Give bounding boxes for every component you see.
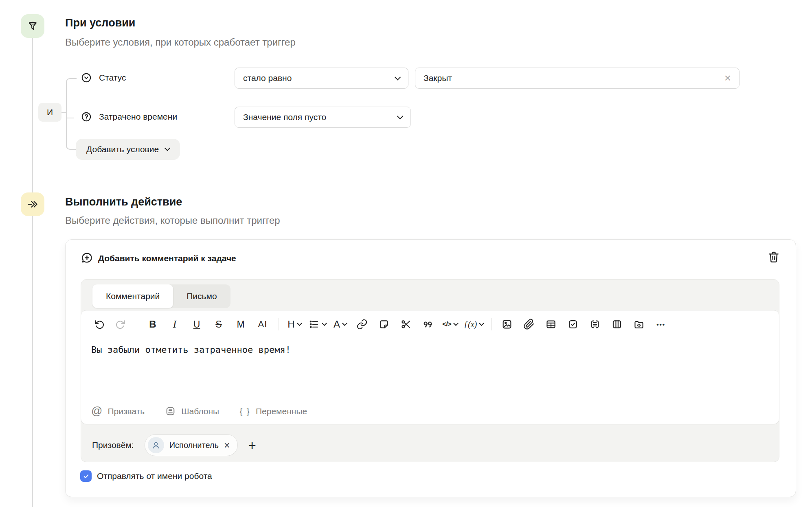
action-card-title: Добавить комментарий к задаче (98, 254, 236, 263)
delete-action-button[interactable] (766, 250, 781, 265)
table-button[interactable] (543, 316, 559, 332)
code-block-button[interactable] (631, 316, 647, 332)
robot-checkbox-row: Отправлять от имени робота (80, 470, 212, 482)
avatar (148, 437, 164, 453)
condition-value-input[interactable]: Закрыт × (415, 68, 740, 89)
chevron-down-icon (479, 321, 484, 326)
quote-icon (422, 319, 434, 330)
variables-button[interactable]: { } Переменные (239, 406, 307, 417)
columns-icon (611, 319, 623, 330)
quote-button[interactable] (420, 316, 436, 332)
sticker-icon (378, 319, 390, 330)
tab-letter[interactable]: Письмо (173, 284, 230, 308)
strikethrough-icon: S (215, 319, 222, 330)
clear-icon[interactable]: × (724, 72, 731, 84)
summon-chip: Исполнитель × (145, 434, 238, 456)
list-icon (308, 319, 320, 330)
table-icon (545, 319, 557, 330)
collapse-block-button[interactable] (587, 316, 603, 332)
chevron-down-icon (453, 321, 459, 326)
checkbox-icon (567, 319, 579, 330)
image-button[interactable] (499, 316, 515, 332)
mention-button[interactable]: @ Призвать (91, 405, 145, 417)
attach-button[interactable] (521, 316, 537, 332)
link-button[interactable] (354, 316, 370, 332)
remove-chip-button[interactable]: × (224, 440, 230, 450)
underline-icon: U (193, 319, 200, 330)
undo-button[interactable] (91, 316, 107, 332)
redo-icon (115, 319, 127, 330)
chevron-down-icon (397, 113, 404, 119)
columns-button[interactable] (609, 316, 625, 332)
templates-button[interactable]: Шаблоны (165, 406, 219, 417)
tab-comment[interactable]: Комментарий (92, 284, 173, 308)
trigger-editor-page: При условии Выберите условия, при которы… (0, 0, 812, 507)
code-button[interactable]: </> (442, 316, 458, 332)
toolbar-divider (491, 318, 492, 330)
monospace-button[interactable]: M (233, 316, 249, 332)
heading-button[interactable]: H (286, 316, 303, 332)
bold-button[interactable]: B (145, 316, 161, 332)
more-icon: ••• (656, 321, 665, 328)
checklist-button[interactable] (565, 316, 581, 332)
code-block-icon (633, 319, 645, 330)
add-condition-button[interactable]: Добавить условие (76, 139, 180, 160)
condition-step-badge (21, 14, 44, 38)
editor-mode-tabs: Комментарий Письмо (92, 284, 230, 308)
person-icon (151, 440, 161, 450)
text-color-icon: A (334, 319, 340, 330)
robot-checkbox-label: Отправлять от имени робота (97, 471, 212, 481)
question-circle-icon (81, 111, 92, 122)
summon-row: Призовём: Исполнитель × + (92, 434, 258, 456)
chevron-down-icon (322, 321, 327, 326)
image-icon (501, 319, 513, 330)
boolean-operator-chip[interactable]: И (38, 103, 61, 122)
variables-label: Переменные (256, 406, 307, 416)
mention-at-icon: @ (91, 405, 102, 417)
chevron-down-icon (165, 145, 170, 151)
condition-operator-select[interactable]: Значение поля пусто (235, 107, 411, 128)
formula-button[interactable]: ƒ(x) (464, 316, 483, 332)
templates-icon (165, 406, 176, 417)
toolbar-divider (279, 318, 279, 330)
redo-button[interactable] (113, 316, 129, 332)
sticker-button[interactable] (376, 316, 392, 332)
templates-label: Шаблоны (181, 406, 219, 416)
more-button[interactable]: ••• (653, 316, 669, 332)
rich-text-editor[interactable]: B I U S M AI H A (81, 310, 779, 424)
scissors-icon (400, 319, 412, 330)
formula-icon: ƒ(x) (464, 320, 477, 329)
italic-button[interactable]: I (167, 316, 183, 332)
underline-button[interactable]: U (189, 316, 205, 332)
link-icon (356, 319, 368, 330)
selected-operator: Значение поля пусто (243, 112, 326, 122)
add-summon-button[interactable]: + (247, 439, 258, 452)
editor-content-text[interactable]: Вы забыли отметить затраченное время! (91, 345, 291, 355)
editor-toolbar: B I U S M AI H A (91, 315, 675, 333)
chevron-down-icon (342, 321, 347, 326)
paperclip-icon (523, 319, 535, 330)
status-circle-chevron-icon (81, 72, 92, 83)
comment-editor-panel: Комментарий Письмо B I (81, 279, 779, 462)
summon-chip-label: Исполнитель (169, 441, 219, 450)
collapse-block-icon (589, 319, 601, 330)
condition-field-status: Статус (81, 72, 126, 83)
chevron-down-icon (395, 74, 401, 80)
condition-section-title: При условии (65, 17, 135, 29)
condition-section-subtitle: Выберите условия, при которых сработает … (65, 37, 296, 48)
funnel-icon (27, 20, 38, 32)
text-style-icon: AI (258, 319, 268, 330)
condition-value: Закрыт (424, 73, 452, 83)
text-style-button[interactable]: AI (255, 316, 271, 332)
heading-icon: H (287, 319, 294, 330)
trash-icon (767, 250, 781, 264)
add-condition-label: Добавить условие (86, 144, 159, 154)
list-button[interactable] (308, 316, 326, 332)
cut-button[interactable] (398, 316, 414, 332)
text-color-button[interactable]: A (332, 316, 348, 332)
condition-field-label: Статус (99, 73, 126, 83)
strikethrough-button[interactable]: S (211, 316, 227, 332)
double-arrow-icon (26, 198, 39, 210)
condition-operator-select[interactable]: стало равно (235, 68, 408, 89)
robot-checkbox[interactable] (80, 470, 92, 482)
